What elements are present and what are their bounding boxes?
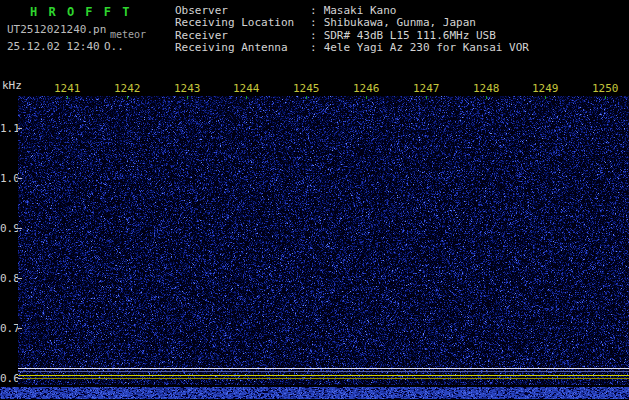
spectrogram-noise-canvas	[18, 96, 629, 385]
x-tick-label: 1242	[114, 82, 141, 95]
meta-label: Receiving Location	[175, 17, 310, 29]
app-title: H R O F F T	[30, 5, 131, 19]
observation-datetime: 25.12.02 12:40	[7, 40, 100, 53]
x-tick-mark	[486, 96, 487, 99]
x-tick-mark	[246, 96, 247, 99]
x-tick-mark	[306, 96, 307, 99]
meta-label: Receiving Antenna	[175, 42, 310, 54]
y-tick-label: 0.9	[0, 222, 16, 235]
reference-line-faint	[18, 371, 629, 372]
y-tick-mark	[18, 378, 22, 379]
y-tick-label: 1.0	[0, 172, 16, 185]
y-tick-label: 1.1	[0, 122, 16, 135]
x-tick-mark	[366, 96, 367, 99]
x-tick-label: 1249	[532, 82, 559, 95]
y-tick-label: 0.7	[0, 322, 16, 335]
x-tick-mark	[187, 96, 188, 99]
x-tick-mark	[545, 96, 546, 99]
observation-meta: Observer:Masaki Kano Receiving Location:…	[175, 5, 529, 55]
file-id: UT2512021240.pn	[7, 23, 106, 36]
y-tick-mark	[18, 278, 22, 279]
y-tick-mark	[18, 128, 22, 129]
y-tick-label: 0.6	[0, 372, 16, 385]
counter-text: O..	[104, 40, 124, 53]
y-tick-label: 0.8	[0, 272, 16, 285]
x-tick-label: 1241	[54, 82, 81, 95]
x-tick-mark	[67, 96, 68, 99]
reference-line-white	[18, 368, 629, 369]
meta-row-antenna: Receiving Antenna:4ele Yagi Az 230 for K…	[175, 42, 529, 54]
x-tick-label: 1250	[592, 82, 619, 95]
meta-separator: :	[310, 42, 317, 54]
y-axis-unit-label: kHz	[2, 79, 22, 92]
meta-value: Shibukawa, Gunma, Japan	[324, 17, 476, 29]
y-tick-mark	[18, 228, 22, 229]
x-tick-label: 1247	[413, 82, 440, 95]
hrofft-window: H R O F F T UT2512021240.pn meteor 25.12…	[0, 0, 629, 400]
x-tick-label: 1243	[174, 82, 201, 95]
meta-separator: :	[310, 17, 317, 29]
x-tick-label: 1244	[233, 82, 260, 95]
meta-row-location: Receiving Location:Shibukawa, Gunma, Jap…	[175, 17, 529, 29]
y-tick-mark	[18, 178, 22, 179]
x-tick-label: 1245	[293, 82, 320, 95]
signal-level-strip-canvas	[0, 387, 629, 399]
x-tick-mark	[127, 96, 128, 99]
x-tick-label: 1248	[473, 82, 500, 95]
meta-value: 4ele Yagi Az 230 for Kansai VOR	[324, 42, 529, 54]
reference-line-yellow-dim	[18, 378, 629, 379]
reference-line-yellow	[18, 375, 629, 376]
y-tick-mark	[18, 328, 22, 329]
x-tick-mark	[426, 96, 427, 99]
x-tick-mark	[605, 96, 606, 99]
file-tag: meteor	[110, 29, 146, 40]
x-tick-label: 1246	[353, 82, 380, 95]
